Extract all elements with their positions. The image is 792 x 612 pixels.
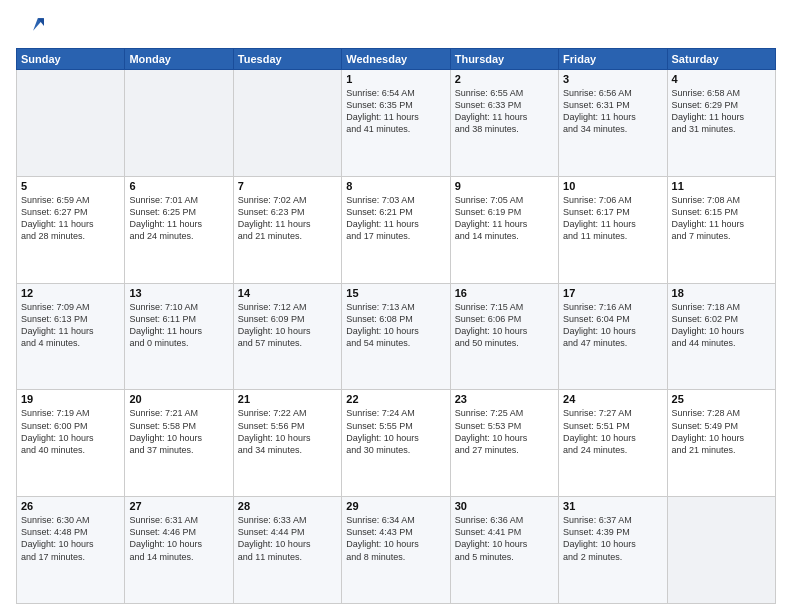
calendar-cell (125, 70, 233, 177)
day-number: 11 (672, 180, 771, 192)
cell-content: Sunrise: 7:25 AM Sunset: 5:53 PM Dayligh… (455, 407, 554, 456)
day-number: 25 (672, 393, 771, 405)
cell-content: Sunrise: 7:13 AM Sunset: 6:08 PM Dayligh… (346, 301, 445, 350)
cell-content: Sunrise: 6:37 AM Sunset: 4:39 PM Dayligh… (563, 514, 662, 563)
cell-content: Sunrise: 7:27 AM Sunset: 5:51 PM Dayligh… (563, 407, 662, 456)
day-number: 26 (21, 500, 120, 512)
calendar-cell: 9Sunrise: 7:05 AM Sunset: 6:19 PM Daylig… (450, 176, 558, 283)
day-number: 14 (238, 287, 337, 299)
calendar-week-row: 19Sunrise: 7:19 AM Sunset: 6:00 PM Dayli… (17, 390, 776, 497)
calendar-cell: 17Sunrise: 7:16 AM Sunset: 6:04 PM Dayli… (559, 283, 667, 390)
calendar-cell (667, 497, 775, 604)
cell-content: Sunrise: 7:28 AM Sunset: 5:49 PM Dayligh… (672, 407, 771, 456)
calendar-cell: 15Sunrise: 7:13 AM Sunset: 6:08 PM Dayli… (342, 283, 450, 390)
cell-content: Sunrise: 7:09 AM Sunset: 6:13 PM Dayligh… (21, 301, 120, 350)
day-number: 16 (455, 287, 554, 299)
calendar-day-header: Saturday (667, 49, 775, 70)
calendar-day-header: Thursday (450, 49, 558, 70)
calendar-day-header: Sunday (17, 49, 125, 70)
calendar-cell: 2Sunrise: 6:55 AM Sunset: 6:33 PM Daylig… (450, 70, 558, 177)
day-number: 7 (238, 180, 337, 192)
day-number: 31 (563, 500, 662, 512)
day-number: 21 (238, 393, 337, 405)
calendar-cell (17, 70, 125, 177)
cell-content: Sunrise: 6:36 AM Sunset: 4:41 PM Dayligh… (455, 514, 554, 563)
cell-content: Sunrise: 6:58 AM Sunset: 6:29 PM Dayligh… (672, 87, 771, 136)
cell-content: Sunrise: 7:19 AM Sunset: 6:00 PM Dayligh… (21, 407, 120, 456)
calendar-day-header: Friday (559, 49, 667, 70)
calendar-cell: 22Sunrise: 7:24 AM Sunset: 5:55 PM Dayli… (342, 390, 450, 497)
day-number: 24 (563, 393, 662, 405)
page: SundayMondayTuesdayWednesdayThursdayFrid… (0, 0, 792, 612)
logo-icon (16, 12, 44, 40)
calendar-cell (233, 70, 341, 177)
calendar-cell: 19Sunrise: 7:19 AM Sunset: 6:00 PM Dayli… (17, 390, 125, 497)
day-number: 15 (346, 287, 445, 299)
calendar-cell: 18Sunrise: 7:18 AM Sunset: 6:02 PM Dayli… (667, 283, 775, 390)
calendar-day-header: Tuesday (233, 49, 341, 70)
calendar-cell: 16Sunrise: 7:15 AM Sunset: 6:06 PM Dayli… (450, 283, 558, 390)
cell-content: Sunrise: 7:15 AM Sunset: 6:06 PM Dayligh… (455, 301, 554, 350)
header (16, 12, 776, 40)
cell-content: Sunrise: 7:10 AM Sunset: 6:11 PM Dayligh… (129, 301, 228, 350)
cell-content: Sunrise: 6:33 AM Sunset: 4:44 PM Dayligh… (238, 514, 337, 563)
calendar-cell: 26Sunrise: 6:30 AM Sunset: 4:48 PM Dayli… (17, 497, 125, 604)
cell-content: Sunrise: 6:31 AM Sunset: 4:46 PM Dayligh… (129, 514, 228, 563)
calendar: SundayMondayTuesdayWednesdayThursdayFrid… (16, 48, 776, 604)
day-number: 29 (346, 500, 445, 512)
cell-content: Sunrise: 7:12 AM Sunset: 6:09 PM Dayligh… (238, 301, 337, 350)
calendar-cell: 5Sunrise: 6:59 AM Sunset: 6:27 PM Daylig… (17, 176, 125, 283)
day-number: 18 (672, 287, 771, 299)
day-number: 20 (129, 393, 228, 405)
cell-content: Sunrise: 6:55 AM Sunset: 6:33 PM Dayligh… (455, 87, 554, 136)
day-number: 6 (129, 180, 228, 192)
day-number: 9 (455, 180, 554, 192)
calendar-cell: 7Sunrise: 7:02 AM Sunset: 6:23 PM Daylig… (233, 176, 341, 283)
calendar-cell: 6Sunrise: 7:01 AM Sunset: 6:25 PM Daylig… (125, 176, 233, 283)
calendar-cell: 11Sunrise: 7:08 AM Sunset: 6:15 PM Dayli… (667, 176, 775, 283)
day-number: 5 (21, 180, 120, 192)
cell-content: Sunrise: 7:01 AM Sunset: 6:25 PM Dayligh… (129, 194, 228, 243)
day-number: 19 (21, 393, 120, 405)
day-number: 22 (346, 393, 445, 405)
cell-content: Sunrise: 7:08 AM Sunset: 6:15 PM Dayligh… (672, 194, 771, 243)
cell-content: Sunrise: 7:24 AM Sunset: 5:55 PM Dayligh… (346, 407, 445, 456)
calendar-cell: 28Sunrise: 6:33 AM Sunset: 4:44 PM Dayli… (233, 497, 341, 604)
cell-content: Sunrise: 6:56 AM Sunset: 6:31 PM Dayligh… (563, 87, 662, 136)
cell-content: Sunrise: 6:34 AM Sunset: 4:43 PM Dayligh… (346, 514, 445, 563)
calendar-cell: 13Sunrise: 7:10 AM Sunset: 6:11 PM Dayli… (125, 283, 233, 390)
cell-content: Sunrise: 7:05 AM Sunset: 6:19 PM Dayligh… (455, 194, 554, 243)
day-number: 8 (346, 180, 445, 192)
calendar-cell: 1Sunrise: 6:54 AM Sunset: 6:35 PM Daylig… (342, 70, 450, 177)
logo (16, 12, 48, 40)
day-number: 17 (563, 287, 662, 299)
cell-content: Sunrise: 7:03 AM Sunset: 6:21 PM Dayligh… (346, 194, 445, 243)
day-number: 30 (455, 500, 554, 512)
calendar-day-header: Wednesday (342, 49, 450, 70)
calendar-cell: 31Sunrise: 6:37 AM Sunset: 4:39 PM Dayli… (559, 497, 667, 604)
calendar-cell: 20Sunrise: 7:21 AM Sunset: 5:58 PM Dayli… (125, 390, 233, 497)
cell-content: Sunrise: 7:02 AM Sunset: 6:23 PM Dayligh… (238, 194, 337, 243)
day-number: 2 (455, 73, 554, 85)
cell-content: Sunrise: 7:21 AM Sunset: 5:58 PM Dayligh… (129, 407, 228, 456)
calendar-cell: 30Sunrise: 6:36 AM Sunset: 4:41 PM Dayli… (450, 497, 558, 604)
calendar-week-row: 5Sunrise: 6:59 AM Sunset: 6:27 PM Daylig… (17, 176, 776, 283)
cell-content: Sunrise: 7:16 AM Sunset: 6:04 PM Dayligh… (563, 301, 662, 350)
cell-content: Sunrise: 6:54 AM Sunset: 6:35 PM Dayligh… (346, 87, 445, 136)
calendar-cell: 21Sunrise: 7:22 AM Sunset: 5:56 PM Dayli… (233, 390, 341, 497)
calendar-cell: 29Sunrise: 6:34 AM Sunset: 4:43 PM Dayli… (342, 497, 450, 604)
calendar-day-header: Monday (125, 49, 233, 70)
cell-content: Sunrise: 6:59 AM Sunset: 6:27 PM Dayligh… (21, 194, 120, 243)
day-number: 28 (238, 500, 337, 512)
calendar-header-row: SundayMondayTuesdayWednesdayThursdayFrid… (17, 49, 776, 70)
calendar-cell: 8Sunrise: 7:03 AM Sunset: 6:21 PM Daylig… (342, 176, 450, 283)
calendar-cell: 4Sunrise: 6:58 AM Sunset: 6:29 PM Daylig… (667, 70, 775, 177)
day-number: 27 (129, 500, 228, 512)
calendar-cell: 24Sunrise: 7:27 AM Sunset: 5:51 PM Dayli… (559, 390, 667, 497)
calendar-week-row: 12Sunrise: 7:09 AM Sunset: 6:13 PM Dayli… (17, 283, 776, 390)
calendar-cell: 27Sunrise: 6:31 AM Sunset: 4:46 PM Dayli… (125, 497, 233, 604)
calendar-cell: 3Sunrise: 6:56 AM Sunset: 6:31 PM Daylig… (559, 70, 667, 177)
calendar-cell: 25Sunrise: 7:28 AM Sunset: 5:49 PM Dayli… (667, 390, 775, 497)
day-number: 1 (346, 73, 445, 85)
calendar-cell: 14Sunrise: 7:12 AM Sunset: 6:09 PM Dayli… (233, 283, 341, 390)
